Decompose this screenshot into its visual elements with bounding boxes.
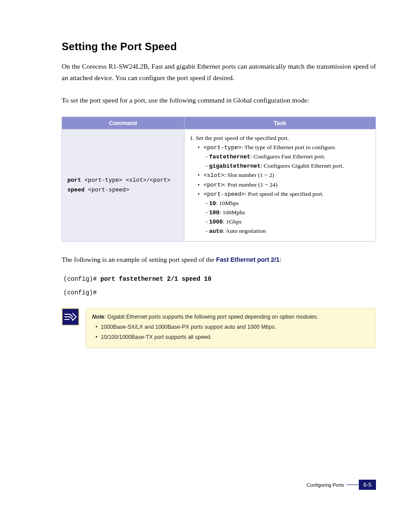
note-block: Note: Gigabit Ethernet ports supports th… [62, 308, 376, 348]
task-step-1: 1. Set the port speed of the specified p… [190, 134, 370, 143]
example-line-2: (config)# [63, 287, 376, 298]
page-footer: Configuring Ports 6-5 [306, 480, 376, 490]
task-fastethernet: - fastethernet: Configures Fast Ethernet… [206, 152, 370, 162]
table-row: port <port-type> <slot>/<port> speed <po… [62, 129, 376, 242]
section-heading: Setting the Port Speed [62, 40, 376, 53]
cmd-arg-port-type: <port-type> [85, 177, 122, 184]
command-task-table: Command Task port <port-type> <slot>/<po… [62, 117, 376, 242]
note-text: : Gigabit Ethernet ports supports the fo… [104, 314, 318, 320]
cmd-arg-port: <port> [150, 177, 170, 184]
example-lead-suffix: : [280, 256, 281, 263]
table-header-task: Task [184, 117, 376, 129]
example-prompt-1: (config)# [63, 275, 100, 283]
note-content: Note: Gigabit Ethernet ports supports th… [85, 308, 376, 348]
task-port: • <port>: Port number (1 ~ 24) [198, 180, 370, 190]
task-speed-10: - 10: 10Mbps [206, 199, 370, 208]
note-icon [62, 308, 79, 326]
task-speed-1000: - 1000: 1Gbps [206, 217, 370, 227]
task-speed-100: - 100: 100Mpbs [206, 208, 370, 217]
footer-section-label: Configuring Ports [306, 482, 344, 488]
intro-paragraph-2: To set the port speed for a port, use th… [62, 95, 376, 106]
cmd-kw-port: port [67, 177, 81, 184]
task-port-speed: • <port-speed>: Port speed of the specif… [198, 190, 370, 199]
cmd-kw-speed: speed [67, 187, 85, 193]
task-gigabitethernet: - gigabitethernet: Configures Gigabit Et… [206, 162, 370, 171]
example-cmd-1: port fastethernet 2/1 speed 10 [100, 275, 211, 283]
task-port-type: • <port-type>: The type of Ethernet port… [198, 143, 370, 152]
footer-page-number: 6-5 [359, 480, 376, 490]
note-bullet-1: •1000Base-SX/LX and 1000Base-PX ports su… [96, 322, 369, 332]
task-speed-auto: - auto: Auto negotiation [206, 227, 370, 236]
example-port-link[interactable]: Fast Ethernet port 2/1 [216, 256, 280, 263]
example-line-1: (config)# port fastethernet 2/1 speed 10 [63, 274, 376, 285]
example-code-block: (config)# port fastethernet 2/1 speed 10… [62, 274, 376, 298]
note-label: Note [92, 314, 104, 320]
footer-rule [346, 485, 359, 485]
example-lead-prefix: The following is an example of setting p… [62, 256, 216, 263]
note-bullet-2: •10/100/1000Base-TX port supports all sp… [96, 332, 369, 342]
intro-paragraph-1: On the Corecess R1-SW24L2B, Fast and gig… [62, 61, 376, 84]
command-cell: port <port-type> <slot>/<port> speed <po… [62, 129, 184, 242]
task-cell: 1. Set the port speed of the specified p… [184, 129, 376, 242]
table-header-command: Command [62, 117, 184, 129]
cmd-arg-slot: <slot> [126, 177, 147, 184]
task-slot: • <slot>: Slot number (1 ~ 2) [198, 171, 370, 180]
document-page: Setting the Port Speed On the Corecess R… [0, 0, 420, 514]
example-lead: The following is an example of setting p… [62, 254, 376, 265]
cmd-arg-port-speed: <port-speed> [88, 187, 129, 193]
